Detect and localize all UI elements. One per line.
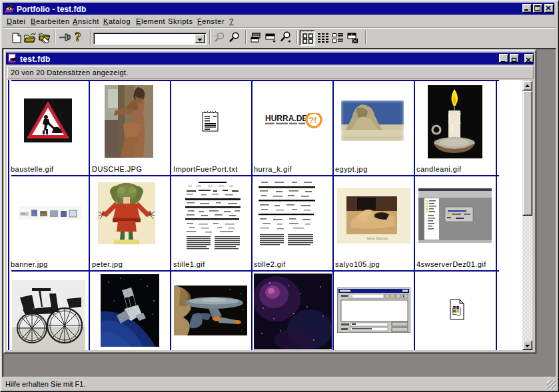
svg-text:HURRA.DE: HURRA.DE: [265, 114, 307, 123]
svg-text:?!: ?!: [308, 115, 316, 125]
svg-text:Salya Glamour: Salya Glamour: [366, 236, 388, 240]
svg-text:?: ?: [75, 31, 81, 44]
